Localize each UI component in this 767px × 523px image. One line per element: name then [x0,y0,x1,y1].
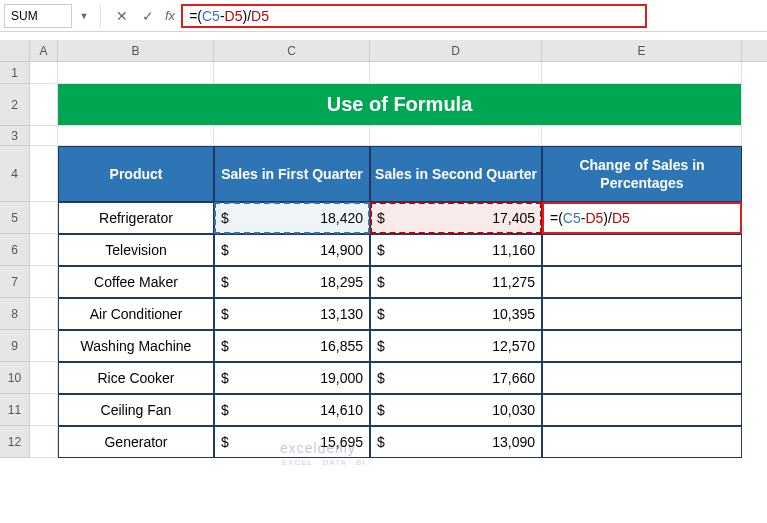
row-header-10[interactable]: 10 [0,362,30,394]
cell-e1[interactable] [542,62,742,84]
cell-q1[interactable]: $14,610 [214,394,370,426]
cell-q2[interactable]: $10,395 [370,298,542,330]
cell-change[interactable] [542,266,742,298]
cell-q1[interactable]: $15,695 [214,426,370,458]
select-all-corner[interactable] [0,40,30,61]
cells-grid: Use of Formula Product Sales in First Qu… [30,62,742,458]
cell-formula-d5a: D5 [585,210,603,226]
editing-cell-e5[interactable]: =(C5-D5)/D5 [542,202,742,234]
cell-a5[interactable] [30,202,58,234]
cell-q1[interactable]: $18,295 [214,266,370,298]
cell-e3[interactable] [542,126,742,146]
header-q1[interactable]: Sales in First Quarter [214,146,370,202]
watermark-sub: EXCEL · DATA · BI [282,458,366,467]
row-header-9[interactable]: 9 [0,330,30,362]
row-header-6[interactable]: 6 [0,234,30,266]
row-header-4[interactable]: 4 [0,146,30,202]
cell-b3[interactable] [58,126,214,146]
cell-q2[interactable]: $11,160 [370,234,542,266]
col-header-e[interactable]: E [542,40,742,61]
name-box-dropdown-icon[interactable]: ▼ [76,11,92,21]
cell-change[interactable] [542,426,742,458]
cell-product[interactable]: Rice Cooker [58,362,214,394]
cell-change[interactable] [542,394,742,426]
cell-q1[interactable]: $13,130 [214,298,370,330]
cancel-icon[interactable]: ✕ [109,3,135,29]
title-cell[interactable]: Use of Formula [58,84,742,126]
name-box-value: SUM [11,9,38,23]
header-change[interactable]: Change of Sales in Percentages [542,146,742,202]
cell-a11[interactable] [30,394,58,426]
cell-a2[interactable] [30,84,58,126]
cell-a7[interactable] [30,266,58,298]
header-q2[interactable]: Sales in Second Quarter [370,146,542,202]
cell-q2[interactable]: $11,275 [370,266,542,298]
row-header-2[interactable]: 2 [0,84,30,126]
cell-q1[interactable]: $16,855 [214,330,370,362]
cell-formula-eq: = [550,210,558,226]
row-header-11[interactable]: 11 [0,394,30,426]
cell-change[interactable] [542,234,742,266]
cell-b1[interactable] [58,62,214,84]
cell-formula-c5: C5 [563,210,581,226]
formula-bar: SUM ▼ ✕ ✓ fx =(C5-D5)/D5 [0,0,767,32]
col-header-c[interactable]: C [214,40,370,61]
cell-product[interactable]: Washing Machine [58,330,214,362]
cell-c1[interactable] [214,62,370,84]
cell-q2[interactable]: $17,660 [370,362,542,394]
cell-a3[interactable] [30,126,58,146]
row-header-7[interactable]: 7 [0,266,30,298]
cell-product[interactable]: Air Conditioner [58,298,214,330]
divider [100,5,101,27]
cell-a4[interactable] [30,146,58,202]
formula-ref-c5: C5 [202,8,220,24]
cell-q2[interactable]: $17,405 [370,202,542,234]
cell-q2[interactable]: $12,570 [370,330,542,362]
cell-a10[interactable] [30,362,58,394]
cell-product[interactable]: Ceiling Fan [58,394,214,426]
fx-icon[interactable]: fx [165,8,175,23]
cell-a8[interactable] [30,298,58,330]
cell-product[interactable]: Coffee Maker [58,266,214,298]
column-headers: A B C D E [0,40,767,62]
formula-ref-d5b: D5 [251,8,269,24]
col-header-b[interactable]: B [58,40,214,61]
formula-eq: = [189,8,197,24]
cell-a12[interactable] [30,426,58,458]
cell-change[interactable] [542,298,742,330]
cell-d3[interactable] [370,126,542,146]
cell-a1[interactable] [30,62,58,84]
row-header-3[interactable]: 3 [0,126,30,146]
cell-a6[interactable] [30,234,58,266]
cell-c3[interactable] [214,126,370,146]
accept-icon[interactable]: ✓ [135,3,161,29]
row-header-12[interactable]: 12 [0,426,30,458]
formula-input[interactable]: =(C5-D5)/D5 [181,4,647,28]
row-header-1[interactable]: 1 [0,62,30,84]
header-product[interactable]: Product [58,146,214,202]
cell-a9[interactable] [30,330,58,362]
cell-change[interactable] [542,330,742,362]
name-box[interactable]: SUM [4,4,72,28]
formula-ref-d5a: D5 [225,8,243,24]
row-header-8[interactable]: 8 [0,298,30,330]
row-headers: 1 2 3 4 5 6 7 8 9 10 11 12 [0,62,30,458]
col-header-d[interactable]: D [370,40,542,61]
cell-formula-d5b: D5 [612,210,630,226]
row-header-5[interactable]: 5 [0,202,30,234]
col-header-a[interactable]: A [30,40,58,61]
cell-product[interactable]: Refrigerator [58,202,214,234]
cell-product[interactable]: Generator [58,426,214,458]
cell-q2[interactable]: $13,090 [370,426,542,458]
cell-q1[interactable]: $18,420 [214,202,370,234]
cell-q1[interactable]: $19,000 [214,362,370,394]
cell-change[interactable] [542,362,742,394]
cell-d1[interactable] [370,62,542,84]
cell-product[interactable]: Television [58,234,214,266]
cell-q2[interactable]: $10,030 [370,394,542,426]
cell-q1[interactable]: $14,900 [214,234,370,266]
